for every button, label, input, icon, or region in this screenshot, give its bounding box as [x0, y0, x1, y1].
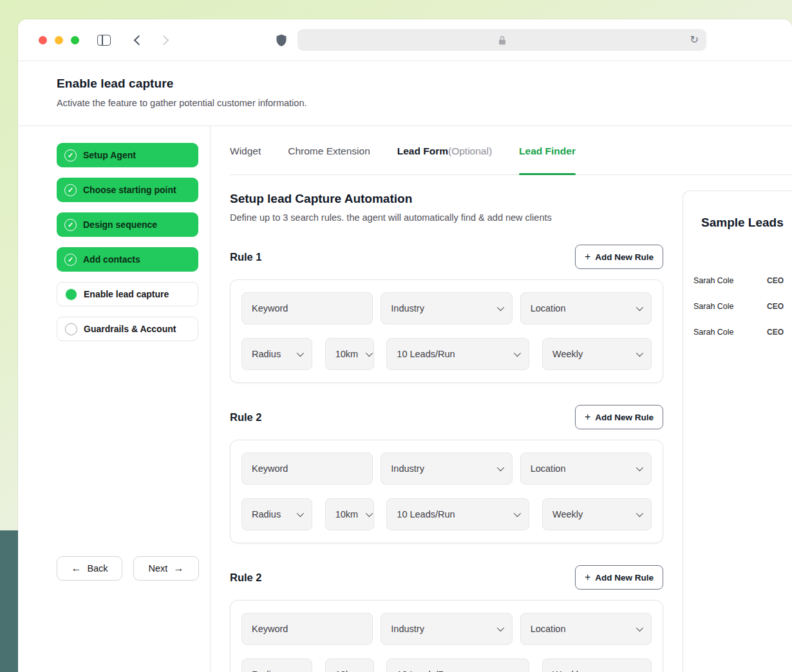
location-select[interactable]: Location — [520, 453, 652, 485]
step-design-sequence[interactable]: ✓ Design sequence — [57, 212, 198, 237]
automation-subtitle: Define up to 3 search rules. the agent w… — [230, 212, 663, 223]
radius-value: Radius — [252, 669, 281, 672]
keyword-input[interactable]: Keyword — [241, 292, 373, 324]
chevron-down-icon — [514, 510, 521, 517]
frequency-select[interactable]: Weekly — [542, 338, 652, 370]
back-navigation-icon[interactable] — [134, 35, 144, 45]
lead-row[interactable]: Sarah Cole CEO — [693, 276, 792, 285]
add-new-rule-button[interactable]: + Add New Rule — [575, 245, 663, 269]
check-circle-icon: ✓ — [64, 254, 77, 266]
frequency-select[interactable]: Weekly — [542, 658, 652, 672]
step-label: Enable lead capture — [84, 289, 169, 299]
zoom-window-button[interactable] — [71, 36, 79, 44]
leads-per-run-value: 10 Leads/Run — [397, 509, 455, 519]
steps-sidebar: ✓ Setup Agent ✓ Choose starting point ✓ … — [18, 126, 211, 672]
step-navigation: ← Back Next → — [57, 556, 199, 581]
frequency-value: Weekly — [552, 669, 583, 672]
plus-icon: + — [585, 252, 590, 262]
rules-container: Rule 1 + Add New Rule Keyword Industry L… — [230, 245, 663, 672]
step-label: Setup Agent — [83, 150, 136, 160]
tab-widget[interactable]: Widget — [230, 145, 261, 174]
current-step-dot-icon — [65, 288, 77, 301]
leads-per-run-select[interactable]: 10 Leads/Run — [386, 658, 529, 672]
sample-leads-panel: Sample Leads Sarah Cole CEO Sarah Cole C… — [683, 191, 792, 672]
lead-row[interactable]: Sarah Cole CEO — [693, 328, 792, 337]
lock-icon — [498, 35, 506, 45]
lead-role: CEO — [767, 328, 784, 337]
leads-per-run-select[interactable]: 10 Leads/Run — [386, 338, 529, 370]
chevron-down-icon — [514, 350, 521, 357]
chevron-down-icon — [366, 350, 373, 357]
distance-select[interactable]: 10km — [325, 498, 374, 530]
tab-chrome-extension[interactable]: Chrome Extension — [288, 145, 370, 174]
keyword-input[interactable]: Keyword — [241, 613, 373, 645]
tab-lead-form-suffix: (Optional) — [448, 145, 492, 156]
step-guardrails-account[interactable]: Guardrails & Account — [57, 317, 198, 341]
minimize-window-button[interactable] — [55, 36, 63, 44]
tab-lead-form-label: Lead Form — [397, 145, 448, 156]
chevron-down-icon — [636, 510, 643, 517]
chevron-down-icon — [636, 350, 643, 357]
add-new-rule-button[interactable]: + Add New Rule — [575, 565, 663, 590]
next-button-label: Next — [149, 563, 168, 574]
add-new-rule-label: Add New Rule — [595, 573, 654, 583]
leads-per-run-select[interactable]: 10 Leads/Run — [386, 498, 529, 530]
distance-select[interactable]: 10km — [325, 658, 374, 672]
industry-select[interactable]: Industry — [381, 292, 512, 324]
check-circle-icon: ✓ — [64, 219, 77, 231]
next-button[interactable]: Next → — [133, 556, 199, 581]
lead-name: Sarah Cole — [693, 328, 767, 337]
step-label: Add contacts — [83, 254, 140, 265]
refresh-icon[interactable]: ↻ — [690, 35, 699, 45]
tab-lead-finder[interactable]: Lead Finder — [519, 145, 576, 174]
browser-toolbar: ↻ — [18, 19, 792, 61]
location-select[interactable]: Location — [520, 292, 652, 324]
step-setup-agent[interactable]: ✓ Setup Agent — [57, 143, 198, 167]
chevron-down-icon — [636, 304, 643, 311]
sample-leads-title: Sample Leads — [683, 191, 792, 230]
shield-icon[interactable] — [276, 33, 287, 47]
forward-navigation-icon[interactable] — [159, 35, 169, 45]
radius-select[interactable]: Radius — [241, 658, 312, 672]
radius-value: Radius — [252, 509, 281, 519]
step-enable-lead-capture[interactable]: Enable lead capture — [57, 282, 198, 306]
address-bar[interactable]: ↻ — [297, 29, 706, 51]
radius-select[interactable]: Radius — [241, 498, 312, 530]
distance-select[interactable]: 10km — [325, 338, 374, 370]
location-value: Location — [531, 303, 566, 313]
industry-select[interactable]: Industry — [381, 613, 512, 645]
rule-title: Rule 2 — [230, 411, 262, 424]
rule-title: Rule 2 — [230, 572, 262, 584]
step-add-contacts[interactable]: ✓ Add contacts — [57, 247, 198, 272]
check-circle-icon: ✓ — [64, 184, 77, 196]
lead-name: Sarah Cole — [693, 302, 767, 311]
back-button[interactable]: ← Back — [57, 556, 122, 581]
industry-select[interactable]: Industry — [381, 453, 512, 485]
frequency-value: Weekly — [552, 509, 583, 519]
lead-row[interactable]: Sarah Cole CEO — [693, 302, 792, 311]
chevron-down-icon — [366, 510, 373, 517]
chevron-down-icon — [636, 624, 643, 631]
tab-lead-form[interactable]: Lead Form(Optional) — [397, 145, 492, 174]
lead-role: CEO — [767, 302, 784, 311]
add-new-rule-button[interactable]: + Add New Rule — [575, 405, 663, 429]
page-header: Enable lead capture Activate the feature… — [18, 61, 792, 126]
browser-window: ↻ Enable lead capture Activate the featu… — [18, 19, 792, 672]
industry-value: Industry — [391, 303, 424, 313]
frequency-select[interactable]: Weekly — [542, 498, 652, 530]
desktop-accent-strip — [0, 530, 18, 672]
location-select[interactable]: Location — [520, 613, 652, 645]
keyword-input[interactable]: Keyword — [241, 453, 373, 485]
empty-circle-icon — [65, 323, 77, 335]
page-title: Enable lead capture — [57, 77, 792, 91]
distance-value: 10km — [335, 509, 358, 519]
sample-leads-list: Sarah Cole CEO Sarah Cole CEO Sarah Cole… — [683, 276, 792, 337]
sidebar-toggle-icon[interactable] — [97, 35, 111, 46]
arrow-left-icon: ← — [71, 563, 81, 574]
chevron-down-icon — [496, 624, 504, 631]
step-label: Design sequence — [83, 219, 157, 230]
radius-select[interactable]: Radius — [241, 338, 312, 370]
step-choose-starting-point[interactable]: ✓ Choose starting point — [57, 178, 198, 202]
close-window-button[interactable] — [39, 36, 47, 44]
rule-title: Rule 1 — [230, 251, 262, 263]
